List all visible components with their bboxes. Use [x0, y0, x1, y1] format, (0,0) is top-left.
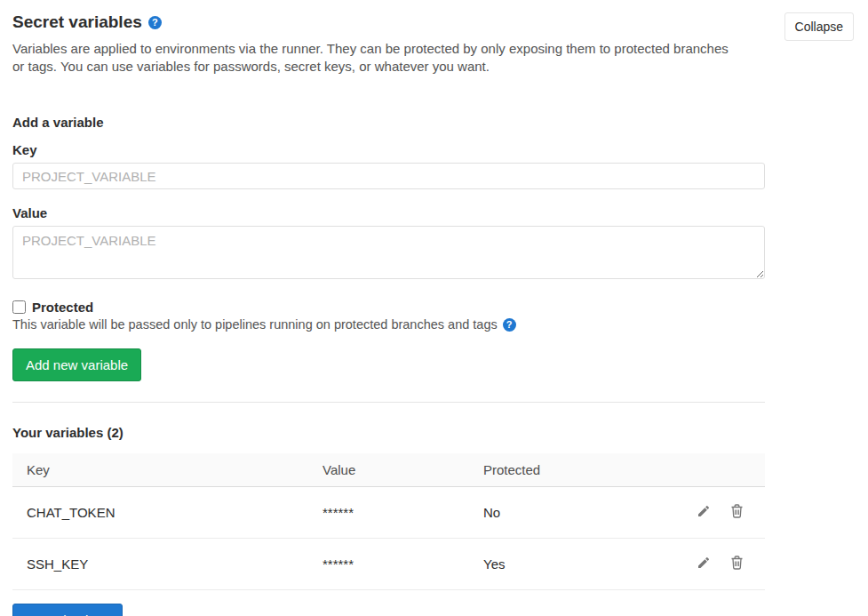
- delete-variable-button[interactable]: [729, 502, 745, 523]
- add-variable-form: Add a variable Key Value Protected This …: [12, 115, 765, 616]
- key-field-group: Key: [12, 142, 765, 189]
- variable-key-cell: SSH_KEY: [12, 539, 308, 590]
- table-row: SSH_KEY ****** Yes: [12, 539, 765, 590]
- variable-value-cell: ******: [308, 487, 469, 539]
- section-divider: [12, 402, 765, 403]
- delete-variable-button[interactable]: [729, 554, 745, 574]
- section-description: Variables are applied to environments vi…: [12, 40, 744, 76]
- trash-icon: [730, 559, 744, 572]
- key-label: Key: [12, 142, 765, 157]
- secret-variables-section: Secret variables ? Variables are applied…: [0, 0, 868, 616]
- column-header-key: Key: [12, 453, 308, 487]
- column-header-actions: [667, 453, 765, 487]
- value-textarea[interactable]: [12, 226, 765, 279]
- table-row: CHAT_TOKEN ****** No: [12, 487, 765, 539]
- help-icon[interactable]: ?: [148, 16, 162, 29]
- reveal-values-button[interactable]: Reveal Values: [12, 604, 123, 616]
- value-field-group: Value: [12, 205, 765, 282]
- add-variable-heading: Add a variable: [12, 115, 765, 131]
- variable-key-cell: CHAT_TOKEN: [12, 487, 308, 539]
- value-label: Value: [12, 205, 765, 220]
- variable-value-cell: ******: [308, 539, 469, 590]
- table-header-row: Key Value Protected: [12, 453, 765, 487]
- page-title-label: Secret variables: [12, 12, 142, 32]
- key-input[interactable]: [12, 163, 765, 189]
- protected-checkbox[interactable]: [12, 300, 26, 314]
- variable-protected-cell: No: [469, 487, 667, 539]
- variables-table: Key Value Protected CHAT_TOKEN ****** No: [12, 453, 765, 590]
- variable-actions-cell: [667, 539, 765, 590]
- collapse-button[interactable]: Collapse: [784, 12, 854, 41]
- add-new-variable-button[interactable]: Add new variable: [12, 348, 141, 381]
- trash-icon: [730, 508, 744, 521]
- column-header-protected: Protected: [469, 453, 667, 487]
- section-header: Secret variables ? Variables are applied…: [12, 12, 854, 76]
- protected-help-row: This variable will be passed only to pip…: [12, 316, 765, 333]
- edit-variable-button[interactable]: [695, 502, 713, 523]
- variable-actions-cell: [667, 487, 765, 539]
- column-header-value: Value: [308, 453, 469, 487]
- protected-help-text: This variable will be passed only to pip…: [12, 316, 498, 333]
- pencil-icon: [697, 508, 711, 521]
- page-title: Secret variables ?: [12, 12, 744, 32]
- variable-protected-cell: Yes: [469, 539, 667, 590]
- edit-variable-button[interactable]: [695, 554, 713, 574]
- section-header-text: Secret variables ? Variables are applied…: [12, 12, 744, 76]
- protected-help-icon[interactable]: ?: [503, 318, 516, 332]
- protected-label: Protected: [32, 300, 93, 315]
- protected-checkbox-row: Protected: [12, 300, 765, 315]
- your-variables-heading: Your variables (2): [12, 425, 765, 441]
- pencil-icon: [697, 559, 711, 572]
